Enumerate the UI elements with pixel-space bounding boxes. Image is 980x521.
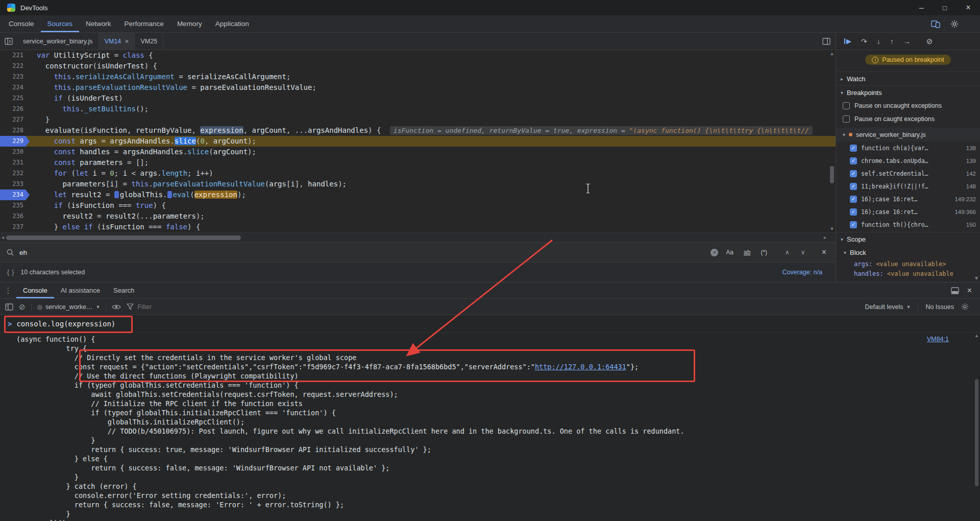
code-text[interactable]: constructor(isUnderTest) { bbox=[30, 61, 836, 72]
line-number[interactable]: 227 bbox=[0, 114, 30, 125]
line-number[interactable]: 228 bbox=[0, 125, 30, 136]
breakpoint-item[interactable]: ✓function th(){chro…150 bbox=[836, 218, 980, 231]
sidebar-scroll-down-icon[interactable]: ▼ bbox=[974, 275, 979, 281]
scroll-right-icon[interactable]: ▸ bbox=[824, 234, 826, 240]
pretty-print-icon[interactable]: { } bbox=[7, 269, 14, 276]
issues-counter[interactable]: No Issues bbox=[925, 303, 954, 311]
breakpoint-item[interactable]: ✓11;break}if(!Z||!f…148 bbox=[836, 180, 980, 193]
line-number[interactable]: 226 bbox=[0, 104, 30, 114]
breakpoint-item[interactable]: ✓chrome.tabs.onUpda…139 bbox=[836, 154, 980, 167]
breakpoint-checkbox[interactable]: ✓ bbox=[850, 221, 857, 228]
editor-vertical-scrollbar[interactable]: ▲ ▼ bbox=[828, 50, 836, 232]
next-match-icon[interactable]: ∨ bbox=[798, 249, 808, 256]
code-text[interactable]: const parameters = []; bbox=[30, 157, 836, 168]
console-prompt-row[interactable]: > console.log(expression) bbox=[0, 315, 980, 333]
code-text[interactable]: for (let i = 0; i < args.length; i++) bbox=[30, 168, 836, 179]
regex-button[interactable]: (*) bbox=[758, 248, 770, 257]
url-link[interactable]: http://127.0.0.1:64431 bbox=[535, 363, 626, 371]
pause-uncaught-option[interactable]: ✓ Pause on uncaught exceptions bbox=[836, 99, 980, 112]
minimize-button[interactable]: ─ bbox=[910, 0, 933, 15]
scope-section-header[interactable]: ▾ Scope bbox=[836, 232, 980, 246]
line-number[interactable]: 225 bbox=[0, 93, 30, 104]
breakpoint-checkbox[interactable]: ✓ bbox=[850, 196, 857, 203]
code-text[interactable]: if (isUnderTest) bbox=[30, 93, 836, 104]
drawer-tab-ai-assistance[interactable]: AI assistance bbox=[54, 282, 107, 298]
navigator-toggle-icon[interactable] bbox=[0, 33, 17, 50]
line-number[interactable]: 236 bbox=[0, 211, 30, 222]
live-expression-eye-icon[interactable] bbox=[112, 304, 121, 310]
step-out-button[interactable]: ↑ bbox=[890, 37, 894, 45]
breakpoint-checkbox[interactable]: ✓ bbox=[850, 145, 857, 152]
code-text[interactable]: let result2 = globalThis.eval(expression… bbox=[30, 190, 836, 200]
close-tab-icon[interactable]: × bbox=[125, 37, 129, 45]
settings-gear-icon[interactable] bbox=[950, 20, 959, 28]
line-number[interactable]: 232 bbox=[0, 168, 30, 179]
coverage-link[interactable]: Coverage: n/a bbox=[782, 269, 822, 276]
device-toolbar-icon[interactable] bbox=[931, 20, 940, 28]
breakpoint-item[interactable]: ✓16);case 16:ret…149:366 bbox=[836, 205, 980, 218]
pause-caught-option[interactable]: ✓ Pause on caught exceptions bbox=[836, 112, 980, 126]
scope-block-header[interactable]: ▾ Block bbox=[836, 246, 980, 259]
scrollbar-thumb[interactable] bbox=[6, 235, 241, 240]
code-text[interactable]: this._setBuiltins(); bbox=[30, 104, 836, 114]
line-number[interactable]: 237 bbox=[0, 222, 30, 232]
source-location-link[interactable]: VM84:1 bbox=[927, 336, 949, 343]
previous-match-icon[interactable]: ∧ bbox=[782, 249, 793, 256]
scope-variable-args[interactable]: args: <value unavailable> bbox=[836, 259, 980, 269]
resume-button[interactable]: ▶ bbox=[844, 37, 851, 45]
scrollbar-thumb[interactable] bbox=[975, 379, 978, 486]
tab-sources[interactable]: Sources bbox=[41, 15, 80, 32]
scroll-left-icon[interactable]: ◂ bbox=[2, 234, 4, 240]
line-number[interactable]: 231 bbox=[0, 157, 30, 168]
maximize-button[interactable]: □ bbox=[933, 0, 957, 15]
close-search-icon[interactable]: × bbox=[819, 248, 829, 257]
clear-console-icon[interactable]: ⊘ bbox=[19, 302, 26, 312]
breakpoint-item[interactable]: ✓16);case 16:ret…149:232 bbox=[836, 193, 980, 205]
search-input[interactable] bbox=[19, 249, 705, 256]
match-case-button[interactable]: Aa bbox=[723, 248, 736, 257]
code-text[interactable]: evaluate(isFunction, returnByValue, expr… bbox=[30, 125, 836, 136]
file-tab-vm25[interactable]: VM25 bbox=[135, 33, 163, 50]
split-panel-icon[interactable] bbox=[822, 38, 830, 45]
breakpoint-checkbox[interactable]: ✓ bbox=[850, 157, 857, 164]
line-number[interactable]: 229 bbox=[0, 136, 30, 147]
line-number[interactable]: 221 bbox=[0, 50, 30, 61]
code-text[interactable]: result2 = result2(...parameters); bbox=[30, 211, 836, 222]
editor-horizontal-scrollbar[interactable]: ◂ ▸ bbox=[0, 232, 836, 242]
code-text[interactable]: } bbox=[30, 114, 836, 125]
scope-variable-handles[interactable]: handles: <value unavailable bbox=[836, 269, 980, 278]
console-command[interactable]: console.log(expression) bbox=[16, 320, 115, 328]
code-text[interactable]: parameters[i] = this.parseEvaluationResu… bbox=[30, 179, 836, 190]
line-number[interactable]: 233 bbox=[0, 179, 30, 190]
watch-section-header[interactable]: ▸ Watch bbox=[836, 72, 980, 85]
code-text[interactable]: } else if (isFunction === false) { bbox=[30, 222, 836, 232]
drawer-tab-console[interactable]: Console bbox=[16, 282, 54, 298]
code-text[interactable]: const args = argsAndHandles.slice(0, arg… bbox=[30, 136, 836, 147]
scrollbar-thumb[interactable] bbox=[830, 166, 834, 183]
code-text[interactable]: const handles = argsAndHandles.slice(arg… bbox=[30, 147, 836, 157]
scroll-down-icon[interactable]: ▼ bbox=[828, 226, 836, 231]
tab-network[interactable]: Network bbox=[79, 15, 118, 32]
line-number[interactable]: 235 bbox=[0, 200, 30, 211]
log-levels-dropdown[interactable]: Default levels ▼ bbox=[865, 303, 911, 311]
clear-search-icon[interactable]: × bbox=[710, 249, 718, 256]
drawer-menu-icon[interactable]: ⋮ bbox=[0, 282, 16, 298]
code-text[interactable]: this.serializeAsCallArgument = serialize… bbox=[30, 72, 836, 82]
execution-context-selector[interactable]: ◎ service_worke… ▼ bbox=[37, 303, 101, 311]
code-text[interactable]: this.parseEvaluationResultValue = parseE… bbox=[30, 82, 836, 93]
deactivate-breakpoints-button[interactable]: ⊘ bbox=[926, 37, 933, 46]
breakpoint-item[interactable]: ✓self.setCredential…142 bbox=[836, 167, 980, 180]
breakpoint-checkbox[interactable]: ✓ bbox=[850, 208, 857, 216]
tab-memory[interactable]: Memory bbox=[170, 15, 209, 32]
file-tab-service-worker[interactable]: service_worker_binary.js bbox=[17, 33, 99, 50]
line-number[interactable]: 230 bbox=[0, 147, 30, 157]
line-number[interactable]: 224 bbox=[0, 82, 30, 93]
filter-input[interactable] bbox=[137, 303, 270, 311]
tab-console[interactable]: Console bbox=[2, 15, 41, 32]
line-number[interactable]: 234 bbox=[0, 190, 30, 200]
tab-application[interactable]: Application bbox=[209, 15, 256, 32]
line-number[interactable]: 223 bbox=[0, 72, 30, 82]
dock-drawer-icon[interactable] bbox=[951, 287, 959, 294]
breakpoint-checkbox[interactable]: ✓ bbox=[850, 170, 857, 177]
file-tab-vm14[interactable]: VM14 × bbox=[99, 33, 135, 50]
